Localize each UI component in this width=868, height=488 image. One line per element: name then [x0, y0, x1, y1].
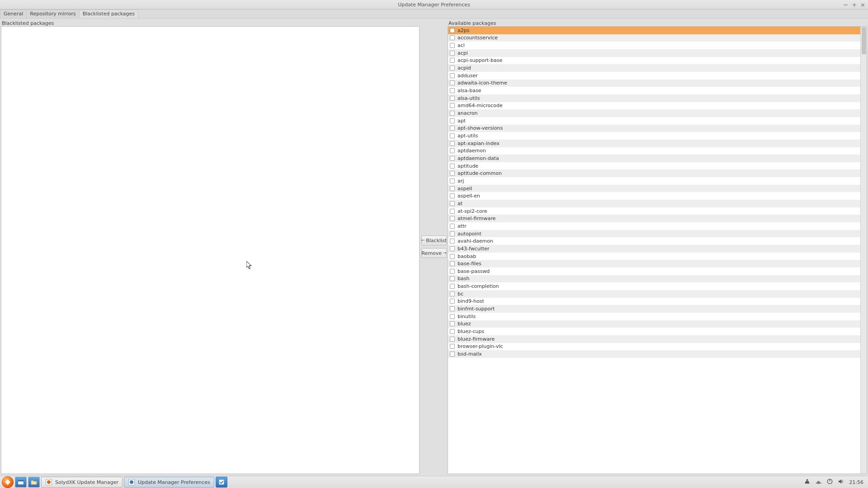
package-row[interactable]: b43-fwcutter — [448, 245, 860, 253]
package-row[interactable]: adduser — [448, 72, 860, 80]
package-checkbox[interactable] — [450, 306, 455, 311]
package-checkbox[interactable] — [450, 73, 455, 78]
package-row[interactable]: anacron — [448, 109, 860, 117]
minimize-icon[interactable]: − — [843, 2, 848, 8]
package-row[interactable]: amd64-microcode — [448, 102, 860, 110]
package-checkbox[interactable] — [450, 103, 455, 108]
package-row[interactable]: aptdaemon — [448, 147, 860, 155]
available-list[interactable]: a2psaccountsserviceaclacpiacpi-support-b… — [448, 27, 860, 474]
package-row[interactable]: accountsservice — [448, 34, 860, 42]
package-row[interactable]: atmel-firmware — [448, 215, 860, 222]
package-checkbox[interactable] — [450, 314, 455, 319]
package-row[interactable]: at — [448, 200, 860, 207]
close-icon[interactable]: × — [860, 2, 865, 8]
blacklist-button[interactable]: ← Blacklist — [421, 235, 447, 245]
scrollbar-thumb[interactable] — [862, 27, 866, 54]
package-row[interactable]: base-passwd — [448, 267, 860, 275]
package-row[interactable]: aspell-en — [448, 192, 860, 200]
package-row[interactable]: bluez-firmware — [448, 335, 860, 343]
package-checkbox[interactable] — [450, 209, 455, 214]
package-row[interactable]: bluez — [448, 320, 860, 328]
package-checkbox[interactable] — [450, 164, 455, 169]
package-checkbox[interactable] — [450, 337, 455, 342]
package-checkbox[interactable] — [450, 352, 455, 357]
taskbar-clock[interactable]: 21:56 — [849, 479, 863, 485]
package-row[interactable]: bash-completion — [448, 282, 860, 290]
package-checkbox[interactable] — [450, 321, 455, 326]
updates-tray-icon[interactable] — [804, 478, 811, 486]
package-row[interactable]: autopoint — [448, 230, 860, 238]
package-checkbox[interactable] — [450, 246, 455, 251]
package-checkbox[interactable] — [450, 58, 455, 63]
package-checkbox[interactable] — [450, 224, 455, 229]
package-checkbox[interactable] — [450, 231, 455, 236]
package-checkbox[interactable] — [450, 126, 455, 131]
package-row[interactable]: alsa-base — [448, 87, 860, 94]
package-row[interactable]: base-files — [448, 260, 860, 267]
package-row[interactable]: apt-utils — [448, 132, 860, 140]
package-checkbox[interactable] — [450, 96, 455, 101]
package-row[interactable]: aspell — [448, 185, 860, 192]
package-row[interactable]: alsa-utils — [448, 94, 860, 102]
package-row[interactable]: acpi-support-base — [448, 57, 860, 65]
file-manager-launcher[interactable] — [28, 477, 40, 488]
package-checkbox[interactable] — [450, 111, 455, 116]
package-row[interactable]: aptitude-common — [448, 169, 860, 177]
package-checkbox[interactable] — [450, 80, 455, 85]
start-menu-button[interactable] — [2, 476, 14, 488]
package-checkbox[interactable] — [450, 88, 455, 93]
package-checkbox[interactable] — [450, 261, 455, 266]
package-checkbox[interactable] — [450, 344, 455, 349]
power-tray-icon[interactable] — [826, 478, 833, 486]
package-row[interactable]: a2ps — [448, 27, 860, 34]
package-row[interactable]: bind9-host — [448, 298, 860, 305]
package-row[interactable]: arj — [448, 177, 860, 185]
package-checkbox[interactable] — [450, 269, 455, 274]
package-checkbox[interactable] — [450, 276, 455, 281]
tab-blacklisted-packages[interactable]: Blacklisted packages — [79, 9, 138, 18]
vertical-scrollbar[interactable] — [860, 27, 867, 474]
package-checkbox[interactable] — [450, 299, 455, 304]
package-checkbox[interactable] — [450, 284, 455, 289]
pinned-app-button[interactable] — [216, 477, 227, 488]
package-checkbox[interactable] — [450, 43, 455, 48]
package-checkbox[interactable] — [450, 148, 455, 153]
maximize-icon[interactable]: + — [852, 2, 857, 8]
package-checkbox[interactable] — [450, 186, 455, 191]
package-row[interactable]: acpid — [448, 64, 860, 72]
package-checkbox[interactable] — [450, 133, 455, 138]
package-row[interactable]: aptitude — [448, 162, 860, 170]
tab-general[interactable]: General — [0, 9, 27, 18]
package-row[interactable]: attr — [448, 222, 860, 230]
package-row[interactable]: at-spi2-core — [448, 207, 860, 215]
package-checkbox[interactable] — [450, 329, 455, 334]
package-checkbox[interactable] — [450, 28, 455, 33]
remove-button[interactable]: Remove → — [421, 248, 447, 258]
package-row[interactable]: binutils — [448, 313, 860, 320]
package-checkbox[interactable] — [450, 156, 455, 161]
taskbar-item[interactable]: Update Manager Preferences — [124, 477, 214, 488]
package-checkbox[interactable] — [450, 51, 455, 56]
package-row[interactable]: bc — [448, 290, 860, 298]
package-row[interactable]: acl — [448, 42, 860, 49]
package-row[interactable]: apt-show-versions — [448, 125, 860, 132]
package-checkbox[interactable] — [450, 178, 455, 183]
package-row[interactable]: adwaita-icon-theme — [448, 80, 860, 87]
package-row[interactable]: acpi — [448, 49, 860, 57]
package-checkbox[interactable] — [450, 239, 455, 244]
package-checkbox[interactable] — [450, 171, 455, 176]
volume-tray-icon[interactable] — [838, 478, 844, 486]
tab-repository-mirrors[interactable]: Repository mirrors — [26, 9, 79, 18]
network-tray-icon[interactable] — [815, 478, 822, 486]
package-row[interactable]: bsd-mailx — [448, 350, 860, 358]
package-row[interactable]: avahi-daemon — [448, 237, 860, 245]
package-row[interactable]: browser-plugin-vlc — [448, 343, 860, 351]
package-checkbox[interactable] — [450, 141, 455, 146]
package-row[interactable]: baobab — [448, 253, 860, 260]
package-checkbox[interactable] — [450, 254, 455, 259]
package-row[interactable]: apt-xapian-index — [448, 140, 860, 147]
show-desktop-button[interactable] — [15, 477, 27, 488]
package-checkbox[interactable] — [450, 201, 455, 206]
package-row[interactable]: bluez-cups — [448, 328, 860, 335]
package-row[interactable]: bash — [448, 275, 860, 283]
